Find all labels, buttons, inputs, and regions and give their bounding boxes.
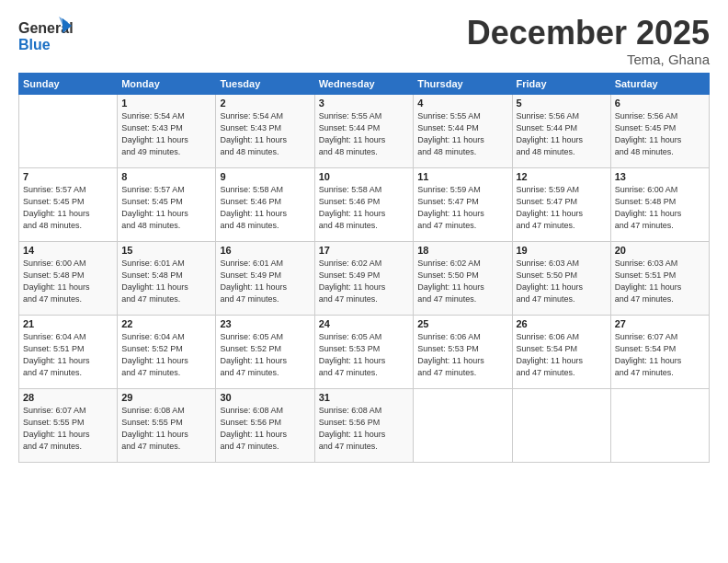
- header-monday: Monday: [118, 74, 216, 95]
- table-row: 31Sunrise: 6:08 AMSunset: 5:56 PMDayligh…: [314, 389, 413, 463]
- day-info: Sunrise: 5:54 AMSunset: 5:43 PMDaylight:…: [220, 110, 310, 158]
- table-row: 29Sunrise: 6:08 AMSunset: 5:55 PMDayligh…: [118, 389, 216, 463]
- table-row: 4Sunrise: 5:55 AMSunset: 5:44 PMDaylight…: [414, 95, 512, 168]
- day-number: 20: [615, 245, 705, 256]
- day-number: 1: [121, 98, 211, 109]
- day-info: Sunrise: 6:01 AMSunset: 5:48 PMDaylight:…: [121, 258, 211, 305]
- day-info: Sunrise: 6:03 AMSunset: 5:51 PMDaylight:…: [615, 258, 705, 305]
- day-info: Sunrise: 5:56 AMSunset: 5:45 PMDaylight:…: [615, 110, 705, 158]
- day-info: Sunrise: 6:02 AMSunset: 5:50 PMDaylight:…: [417, 258, 507, 305]
- day-info: Sunrise: 6:07 AMSunset: 5:54 PMDaylight:…: [615, 331, 705, 379]
- table-row: 2Sunrise: 5:54 AMSunset: 5:43 PMDaylight…: [216, 95, 314, 168]
- table-row: 23Sunrise: 6:05 AMSunset: 5:52 PMDayligh…: [216, 316, 314, 389]
- table-row: [19, 95, 118, 168]
- table-row: 22Sunrise: 6:04 AMSunset: 5:52 PMDayligh…: [118, 316, 216, 389]
- day-info: Sunrise: 5:54 AMSunset: 5:43 PMDaylight:…: [121, 110, 211, 158]
- day-info: Sunrise: 6:08 AMSunset: 5:56 PMDaylight:…: [319, 405, 409, 453]
- day-info: Sunrise: 5:59 AMSunset: 5:47 PMDaylight:…: [417, 184, 507, 232]
- logo-icon: GeneralBlue: [18, 17, 74, 57]
- location: Tema, Ghana: [467, 52, 710, 67]
- table-row: 8Sunrise: 5:57 AMSunset: 5:45 PMDaylight…: [118, 168, 216, 242]
- day-number: 11: [417, 171, 507, 182]
- day-info: Sunrise: 5:55 AMSunset: 5:44 PMDaylight:…: [319, 110, 409, 158]
- table-row: [512, 389, 610, 463]
- table-row: 17Sunrise: 6:02 AMSunset: 5:49 PMDayligh…: [314, 242, 413, 316]
- day-info: Sunrise: 6:01 AMSunset: 5:49 PMDaylight:…: [220, 258, 310, 305]
- calendar-week-row: 7Sunrise: 5:57 AMSunset: 5:45 PMDaylight…: [19, 168, 710, 242]
- table-row: 12Sunrise: 5:59 AMSunset: 5:47 PMDayligh…: [512, 168, 610, 242]
- day-number: 8: [121, 171, 211, 182]
- day-info: Sunrise: 6:00 AMSunset: 5:48 PMDaylight:…: [615, 184, 705, 232]
- header-thursday: Thursday: [414, 74, 512, 95]
- day-info: Sunrise: 6:04 AMSunset: 5:51 PMDaylight:…: [23, 331, 113, 379]
- table-row: 5Sunrise: 5:56 AMSunset: 5:44 PMDaylight…: [512, 95, 610, 168]
- day-info: Sunrise: 6:03 AMSunset: 5:50 PMDaylight:…: [517, 258, 607, 305]
- day-number: 3: [319, 98, 409, 109]
- table-row: 25Sunrise: 6:06 AMSunset: 5:53 PMDayligh…: [414, 316, 512, 389]
- day-number: 5: [517, 98, 607, 109]
- day-number: 10: [319, 171, 409, 182]
- table-row: 20Sunrise: 6:03 AMSunset: 5:51 PMDayligh…: [610, 242, 709, 316]
- svg-text:Blue: Blue: [18, 37, 51, 52]
- table-row: 21Sunrise: 6:04 AMSunset: 5:51 PMDayligh…: [19, 316, 118, 389]
- day-info: Sunrise: 6:08 AMSunset: 5:56 PMDaylight:…: [220, 405, 310, 453]
- day-info: Sunrise: 6:06 AMSunset: 5:53 PMDaylight:…: [417, 331, 507, 379]
- day-info: Sunrise: 5:56 AMSunset: 5:44 PMDaylight:…: [517, 110, 607, 158]
- day-number: 22: [121, 318, 211, 329]
- header-tuesday: Tuesday: [216, 74, 314, 95]
- month-title: December 2025: [467, 17, 710, 50]
- table-row: 7Sunrise: 5:57 AMSunset: 5:45 PMDaylight…: [19, 168, 118, 242]
- calendar-week-row: 21Sunrise: 6:04 AMSunset: 5:51 PMDayligh…: [19, 316, 710, 389]
- day-info: Sunrise: 6:04 AMSunset: 5:52 PMDaylight:…: [121, 331, 211, 379]
- day-number: 4: [417, 98, 507, 109]
- title-block: December 2025 Tema, Ghana: [467, 17, 710, 67]
- table-row: 9Sunrise: 5:58 AMSunset: 5:46 PMDaylight…: [216, 168, 314, 242]
- table-row: 26Sunrise: 6:06 AMSunset: 5:54 PMDayligh…: [512, 316, 610, 389]
- day-info: Sunrise: 5:58 AMSunset: 5:46 PMDaylight:…: [220, 184, 310, 232]
- day-number: 28: [23, 392, 113, 403]
- calendar-table: Sunday Monday Tuesday Wednesday Thursday…: [18, 73, 710, 463]
- table-row: [414, 389, 512, 463]
- day-number: 13: [615, 171, 705, 182]
- table-row: 18Sunrise: 6:02 AMSunset: 5:50 PMDayligh…: [414, 242, 512, 316]
- day-info: Sunrise: 5:55 AMSunset: 5:44 PMDaylight:…: [417, 110, 507, 158]
- day-info: Sunrise: 5:58 AMSunset: 5:46 PMDaylight:…: [319, 184, 409, 232]
- day-info: Sunrise: 6:08 AMSunset: 5:55 PMDaylight:…: [121, 405, 211, 453]
- table-row: 24Sunrise: 6:05 AMSunset: 5:53 PMDayligh…: [314, 316, 413, 389]
- table-row: 15Sunrise: 6:01 AMSunset: 5:48 PMDayligh…: [118, 242, 216, 316]
- day-number: 2: [220, 98, 310, 109]
- day-number: 24: [319, 318, 409, 329]
- header-sunday: Sunday: [19, 74, 118, 95]
- calendar-week-row: 14Sunrise: 6:00 AMSunset: 5:48 PMDayligh…: [19, 242, 710, 316]
- header: GeneralBlue December 2025 Tema, Ghana: [18, 17, 710, 67]
- table-row: 11Sunrise: 5:59 AMSunset: 5:47 PMDayligh…: [414, 168, 512, 242]
- table-row: 14Sunrise: 6:00 AMSunset: 5:48 PMDayligh…: [19, 242, 118, 316]
- table-row: 30Sunrise: 6:08 AMSunset: 5:56 PMDayligh…: [216, 389, 314, 463]
- logo: GeneralBlue: [18, 17, 74, 57]
- day-number: 6: [615, 98, 705, 109]
- day-number: 25: [417, 318, 507, 329]
- table-row: [610, 389, 709, 463]
- header-wednesday: Wednesday: [314, 74, 413, 95]
- table-row: 16Sunrise: 6:01 AMSunset: 5:49 PMDayligh…: [216, 242, 314, 316]
- day-number: 14: [23, 245, 113, 256]
- table-row: 6Sunrise: 5:56 AMSunset: 5:45 PMDaylight…: [610, 95, 709, 168]
- day-number: 16: [220, 245, 310, 256]
- day-number: 7: [23, 171, 113, 182]
- day-number: 30: [220, 392, 310, 403]
- day-number: 12: [517, 171, 607, 182]
- table-row: 3Sunrise: 5:55 AMSunset: 5:44 PMDaylight…: [314, 95, 413, 168]
- table-row: 28Sunrise: 6:07 AMSunset: 5:55 PMDayligh…: [19, 389, 118, 463]
- table-row: 1Sunrise: 5:54 AMSunset: 5:43 PMDaylight…: [118, 95, 216, 168]
- day-number: 21: [23, 318, 113, 329]
- calendar-week-row: 1Sunrise: 5:54 AMSunset: 5:43 PMDaylight…: [19, 95, 710, 168]
- day-number: 31: [319, 392, 409, 403]
- page: GeneralBlue December 2025 Tema, Ghana Su…: [0, 0, 728, 563]
- day-info: Sunrise: 5:57 AMSunset: 5:45 PMDaylight:…: [23, 184, 113, 232]
- day-number: 23: [220, 318, 310, 329]
- day-info: Sunrise: 6:05 AMSunset: 5:53 PMDaylight:…: [319, 331, 409, 379]
- table-row: 10Sunrise: 5:58 AMSunset: 5:46 PMDayligh…: [314, 168, 413, 242]
- table-row: 19Sunrise: 6:03 AMSunset: 5:50 PMDayligh…: [512, 242, 610, 316]
- day-info: Sunrise: 5:59 AMSunset: 5:47 PMDaylight:…: [517, 184, 607, 232]
- day-number: 17: [319, 245, 409, 256]
